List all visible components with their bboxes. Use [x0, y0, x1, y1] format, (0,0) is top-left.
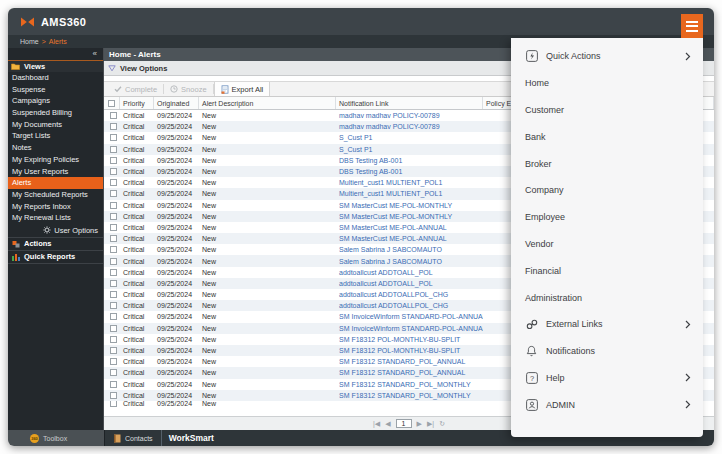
row-checkbox[interactable]	[110, 202, 117, 209]
menu-item-broker[interactable]: Broker	[511, 150, 703, 177]
prev-page-button[interactable]: ◀	[385, 420, 390, 427]
last-page-button[interactable]: ▶|	[427, 420, 434, 427]
worksmart-button[interactable]: WorkSmart	[162, 433, 214, 443]
column-header-description[interactable]: Alert Description	[199, 97, 336, 109]
sidebar-item-target-lists[interactable]: Target Lists	[8, 130, 103, 142]
sidebar-item-dashboard[interactable]: Dashboard	[8, 72, 103, 84]
sidebar-item-my-scheduled-reports[interactable]: My Scheduled Reports	[8, 189, 103, 201]
notification-link[interactable]: DBS Testing AB-001	[336, 166, 483, 177]
notification-link[interactable]: SM InvoiceWinform STANDARD-POL-ANNUAL	[336, 311, 483, 322]
row-checkbox[interactable]	[110, 190, 117, 197]
select-all-checkbox[interactable]	[108, 100, 115, 107]
sidebar-section-views[interactable]: Views	[8, 60, 103, 72]
notification-link[interactable]	[336, 401, 483, 407]
notification-link[interactable]: SM InvoiceWinform STANDARD-POL-ANNUAL	[336, 323, 483, 334]
notification-link[interactable]: Salem Sabrina J SABCOMAUTO	[336, 244, 483, 255]
notification-link[interactable]: SM F18312 POL-MONTHLY-BU-SPLIT	[336, 345, 483, 356]
sidebar-item-campaigns[interactable]: Campaigns	[8, 95, 103, 107]
notification-link[interactable]: Salem Sabrina J SABCOMAUTO	[336, 255, 483, 266]
row-checkbox[interactable]	[110, 168, 117, 175]
row-checkbox[interactable]	[110, 291, 117, 298]
notification-link[interactable]: addtoallcust ADDTOALLPOL_CHG	[336, 300, 483, 311]
row-checkbox[interactable]	[110, 336, 117, 343]
row-checkbox[interactable]	[110, 112, 117, 119]
refresh-icon[interactable]: ↻	[439, 420, 445, 427]
notification-link[interactable]: SM MasterCust ME-POL-MONTHLY	[336, 211, 483, 222]
notification-link[interactable]: S_Cust P1	[336, 132, 483, 143]
row-checkbox[interactable]	[110, 347, 117, 354]
menu-item-admin[interactable]: ADMIN	[511, 391, 703, 418]
menu-item-help[interactable]: ? Help	[511, 365, 703, 392]
notification-link[interactable]: madhav madhav POLICY-00789	[336, 110, 483, 121]
row-checkbox[interactable]	[110, 401, 117, 407]
row-checkbox[interactable]	[110, 213, 117, 220]
notification-link[interactable]: SM F18312 STANDARD_POL_MONTHLY	[336, 390, 483, 401]
notification-link[interactable]: SM MasterCust ME-POL-ANNUAL	[336, 222, 483, 233]
next-page-button[interactable]: ▶	[417, 420, 422, 427]
snooze-button[interactable]: Snooze	[164, 82, 212, 96]
column-header-link[interactable]: Notification Link	[336, 97, 483, 109]
row-checkbox[interactable]	[110, 269, 117, 276]
notification-link[interactable]: SM F18312 STANDARD_POL_ANNUAL	[336, 367, 483, 378]
notification-link[interactable]: SM MasterCust ME-POL-ANNUAL	[336, 233, 483, 244]
menu-item-administration[interactable]: Administration	[511, 284, 703, 311]
menu-item-external-links[interactable]: External Links	[511, 311, 703, 338]
sidebar-item-notes[interactable]: Notes	[8, 142, 103, 154]
sidebar-item-my-renewal-lists[interactable]: My Renewal Lists	[8, 212, 103, 224]
sidebar-collapse-button[interactable]: «	[8, 48, 103, 60]
row-checkbox[interactable]	[110, 280, 117, 287]
menu-item-bank[interactable]: Bank	[511, 123, 703, 150]
contacts-button[interactable]: Contacts	[105, 430, 161, 446]
row-checkbox[interactable]	[110, 134, 117, 141]
notification-link[interactable]: Multient_cust1 MULTIENT_POL1	[336, 177, 483, 188]
row-checkbox[interactable]	[110, 224, 117, 231]
sidebar-user-options[interactable]: User Options	[8, 224, 103, 237]
page-number-input[interactable]: 1	[396, 419, 412, 428]
notification-link[interactable]: SM F18312 POL-MONTHLY-BU-SPLIT	[336, 334, 483, 345]
sidebar-item-my-expiring-policies[interactable]: My Expiring Policies	[8, 154, 103, 166]
menu-item-home[interactable]: Home	[511, 70, 703, 97]
toolbox-button[interactable]: 360 Toolbox	[8, 430, 104, 446]
row-checkbox[interactable]	[110, 381, 117, 388]
sidebar-item-my-reports-inbox[interactable]: My Reports Inbox	[8, 201, 103, 213]
sidebar-item-alerts[interactable]: Alerts	[8, 177, 103, 189]
notification-link[interactable]: addtoallcust ADDTOALL_POL	[336, 267, 483, 278]
notification-link[interactable]: SM F18312 STANDARD_POL_ANNUAL	[336, 356, 483, 367]
row-checkbox[interactable]	[110, 313, 117, 320]
breadcrumb-current[interactable]: Alerts	[49, 38, 67, 45]
menu-item-financial[interactable]: Financial	[511, 257, 703, 284]
row-checkbox[interactable]	[110, 146, 117, 153]
sidebar-item-suspense[interactable]: Suspense	[8, 84, 103, 96]
sidebar-item-suspended-billing[interactable]: Suspended Billing	[8, 107, 103, 119]
menu-item-customer[interactable]: Customer	[511, 97, 703, 124]
sidebar-section-actions[interactable]: Actions	[8, 237, 103, 250]
notification-link[interactable]: addtoallcust ADDTOALL_POL	[336, 278, 483, 289]
export-all-button[interactable]: Export All	[214, 82, 271, 96]
row-checkbox[interactable]	[110, 246, 117, 253]
row-checkbox[interactable]	[110, 369, 117, 376]
notification-link[interactable]: SM MasterCust ME-POL-MONTHLY	[336, 200, 483, 211]
menu-item-quick-actions[interactable]: Quick Actions	[511, 43, 703, 70]
first-page-button[interactable]: |◀	[373, 420, 380, 427]
notification-link[interactable]: DBS Testing AB-001	[336, 155, 483, 166]
sidebar-section-quick-reports[interactable]: Quick Reports	[8, 250, 103, 263]
row-checkbox[interactable]	[110, 179, 117, 186]
notification-link[interactable]: Multient_cust1 MULTIENT_POL1	[336, 188, 483, 199]
menu-item-notifications[interactable]: Notifications	[511, 338, 703, 365]
notification-link[interactable]: SM F18312 STANDARD_POL_MONTHLY	[336, 379, 483, 390]
notification-link[interactable]: S_Cust P1	[336, 144, 483, 155]
column-header-originated[interactable]: Originated	[154, 97, 199, 109]
notification-link[interactable]: addtoallcust ADDTOALLPOL_CHG	[336, 289, 483, 300]
row-checkbox[interactable]	[110, 392, 117, 399]
row-checkbox[interactable]	[110, 258, 117, 265]
notification-link[interactable]: madhav madhav POLICY-00789	[336, 121, 483, 132]
row-checkbox[interactable]	[110, 302, 117, 309]
column-header-priority[interactable]: Priority	[120, 97, 154, 109]
menu-item-employee[interactable]: Employee	[511, 204, 703, 231]
sidebar-item-my-user-reports[interactable]: My User Reports	[8, 166, 103, 178]
row-checkbox[interactable]	[110, 235, 117, 242]
row-checkbox[interactable]	[110, 325, 117, 332]
breadcrumb-home-link[interactable]: Home	[20, 38, 39, 45]
sidebar-item-my-documents[interactable]: My Documents	[8, 119, 103, 131]
row-checkbox[interactable]	[110, 157, 117, 164]
